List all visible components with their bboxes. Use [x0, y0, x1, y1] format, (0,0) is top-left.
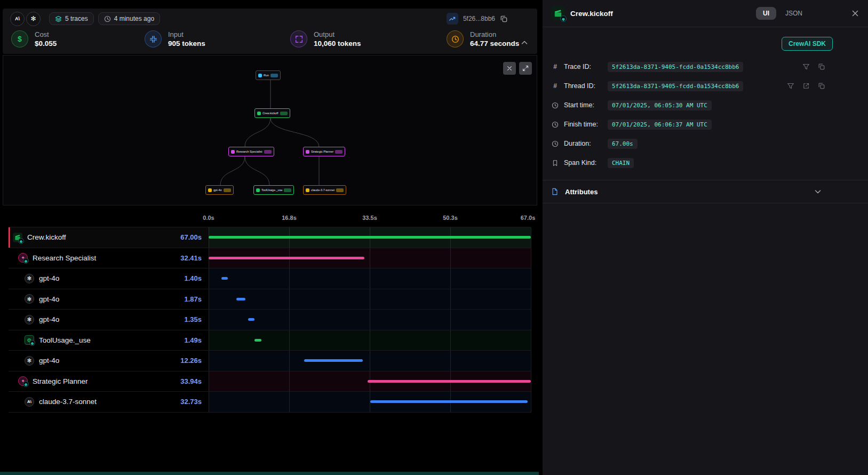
tab-json[interactable]: JSON — [778, 7, 809, 20]
openai-logo: ✻ — [25, 315, 34, 324]
node-tag — [280, 112, 288, 115]
span-duration: 33.94s — [180, 377, 209, 385]
graph-node[interactable]: Crew.kickoff — [254, 108, 290, 118]
stat-output: Output10,060 tokens — [290, 30, 361, 48]
graph-node[interactable]: claude-3.7-sonnet — [303, 185, 346, 195]
stat-value: 64.77 seconds — [470, 39, 519, 48]
gridline — [531, 227, 531, 413]
openai-logo: ✻ — [25, 356, 34, 366]
timeline-row[interactable]: ✻gpt-4o12.26s — [9, 351, 531, 371]
span-track — [209, 392, 531, 412]
stat-label: Cost — [35, 30, 57, 38]
graph-node[interactable]: Run — [256, 70, 281, 80]
crew-icon — [551, 6, 565, 20]
filter-icon[interactable] — [802, 63, 810, 70]
span-bar[interactable] — [304, 359, 363, 362]
stat-value: 10,060 tokens — [314, 39, 361, 48]
node-icon — [256, 188, 260, 192]
axis-tick: 67.0s — [521, 215, 536, 221]
field-value[interactable]: 67.00s — [608, 139, 638, 149]
graph-node[interactable]: Strategic Planner — [303, 147, 345, 156]
collapse-chevron-icon[interactable] — [520, 38, 529, 47]
dollar-icon: $ — [11, 30, 28, 48]
chevron-down-icon[interactable] — [814, 187, 822, 196]
filter-icon[interactable] — [787, 82, 794, 90]
compress-icon — [145, 30, 162, 48]
field-value[interactable]: CHAIN — [608, 158, 634, 168]
field-value[interactable]: 07/01/2025, 06:06:37 AM UTC — [608, 120, 712, 130]
timeline-row[interactable]: A\claude-3.7-sonnet32.73s — [9, 392, 531, 413]
node-label: Crew.kickoff — [262, 112, 278, 115]
node-icon — [306, 150, 309, 154]
timeline-row[interactable]: ✻gpt-4o1.40s — [9, 268, 531, 289]
agentops-badge — [29, 340, 35, 346]
view-tabs: UIJSON — [756, 7, 809, 20]
span-bar[interactable] — [209, 257, 364, 259]
node-label: gpt-4o — [213, 188, 222, 192]
node-label: ToolUsage._use — [261, 188, 282, 192]
anthropic-logo: A\ — [25, 397, 34, 407]
field-value[interactable]: 5f2613da-8371-9405-fcdd-0a1534cc8bb6 — [608, 81, 743, 91]
timeline-row[interactable]: Crew.kickoff67.00s — [9, 227, 531, 248]
tab-ui[interactable]: UI — [756, 7, 776, 20]
stat-label: Input — [168, 30, 205, 38]
time-ago-badge: 4 minutes ago — [98, 12, 160, 25]
copy-icon[interactable] — [818, 82, 825, 90]
span-bar[interactable] — [236, 298, 245, 300]
node-label: Run — [264, 74, 269, 77]
span-track — [209, 310, 531, 330]
span-bar[interactable] — [209, 236, 531, 239]
close-icon[interactable] — [851, 9, 859, 18]
timeline-row[interactable]: ✦Research Specialist32.41s — [9, 248, 531, 269]
tool-icon: ⚙ — [25, 335, 34, 345]
node-tag — [335, 150, 343, 154]
timeline-row[interactable]: ✦Strategic Planner33.94s — [9, 371, 531, 392]
span-duration: 32.41s — [180, 254, 209, 262]
bottom-accent-strip — [0, 472, 539, 475]
graph-node[interactable]: ToolUsage._use — [253, 185, 294, 195]
span-track — [209, 227, 531, 248]
timeline-row[interactable]: ⚙ToolUsage._use1.49s — [9, 330, 531, 351]
graph-close-button[interactable] — [503, 62, 516, 75]
layers-icon — [55, 15, 62, 22]
span-bar[interactable] — [221, 277, 228, 280]
span-bar[interactable] — [254, 339, 261, 342]
expandico-icon — [290, 30, 307, 48]
detail-field: Finish time:07/01/2025, 06:06:37 AM UTC — [551, 115, 825, 134]
metrics-icon[interactable] — [447, 13, 458, 25]
file-icon — [551, 188, 560, 195]
span-name: gpt-4o — [39, 274, 59, 282]
span-track — [209, 330, 531, 351]
field-value[interactable]: 07/01/2025, 06:05:30 AM UTC — [608, 100, 712, 110]
trace-header-row: A\ ✻ 5 traces 4 minutes ago 5f26...8bb6 — [3, 9, 537, 28]
copy-icon[interactable] — [500, 15, 508, 23]
span-bar[interactable] — [248, 318, 254, 321]
trace-id-short: 5f26...8bb6 — [463, 15, 495, 22]
sdk-row: CrewAI SDK — [543, 27, 868, 56]
span-bar[interactable] — [370, 400, 528, 403]
span-track — [209, 268, 531, 289]
timeline-row[interactable]: ✻gpt-4o1.35s — [9, 310, 531, 330]
span-duration: 1.40s — [184, 274, 209, 282]
span-track — [209, 351, 531, 371]
graph-fullscreen-button[interactable] — [519, 62, 532, 75]
node-tag — [336, 188, 344, 192]
traces-count-badge[interactable]: 5 traces — [49, 12, 94, 25]
span-name: Research Specialist — [33, 254, 96, 262]
hash-icon: # — [551, 63, 559, 70]
span-name: gpt-4o — [39, 357, 59, 365]
copy-icon[interactable] — [818, 63, 825, 70]
trace-summary-card: A\ ✻ 5 traces 4 minutes ago 5f26...8bb6 … — [3, 9, 537, 54]
graph-node[interactable]: Research Specialist — [228, 147, 274, 156]
attributes-section[interactable]: Attributes — [543, 180, 868, 203]
detail-field: Start time:07/01/2025, 06:05:30 AM UTC — [551, 96, 825, 115]
field-label: Trace ID: — [564, 63, 603, 70]
span-bar[interactable] — [368, 380, 531, 383]
external-icon[interactable] — [802, 82, 810, 90]
clock-icon — [447, 30, 464, 48]
graph-node[interactable]: gpt-4o — [205, 185, 234, 195]
clock-icon — [551, 102, 559, 109]
field-value[interactable]: 5f2613da-8371-9405-fcdd-0a1534cc8bb6 — [608, 62, 743, 72]
timeline-row[interactable]: ✻gpt-4o1.87s — [9, 289, 531, 310]
axis-tick: 50.3s — [443, 215, 458, 221]
